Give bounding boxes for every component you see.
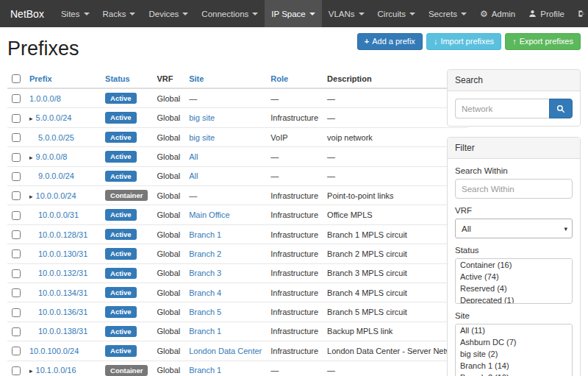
site-link[interactable]: Branch 5 xyxy=(189,308,221,316)
vrf-cell: Global xyxy=(152,244,184,263)
site-link[interactable]: Branch 2 xyxy=(189,249,221,258)
nav-item-devices[interactable]: Devices xyxy=(142,0,195,27)
status-badge: Active xyxy=(105,248,137,259)
select-all-checkbox[interactable] xyxy=(12,74,21,83)
filter-panel-title: Filter xyxy=(448,138,580,159)
row-checkbox[interactable] xyxy=(12,327,21,336)
row-checkbox[interactable] xyxy=(12,172,21,181)
row-checkbox[interactable] xyxy=(12,308,21,317)
export-prefixes-button[interactable]: ↑ Export prefixes xyxy=(505,33,581,50)
nav-item-secrets[interactable]: Secrets xyxy=(422,0,473,27)
nav-item-circuits[interactable]: Circuits xyxy=(371,0,422,27)
row-checkbox[interactable] xyxy=(12,133,21,142)
row-checkbox[interactable] xyxy=(12,269,21,278)
listbox-option[interactable]: Reserved (4) xyxy=(456,283,572,294)
search-input[interactable] xyxy=(455,99,549,118)
app-brand[interactable]: NetBox xyxy=(0,0,54,27)
row-checkbox[interactable] xyxy=(12,230,21,239)
import-prefixes-button[interactable]: ↓ Import prefixes xyxy=(426,33,501,50)
site-link[interactable]: All xyxy=(189,152,198,161)
search-panel: Search xyxy=(447,69,581,127)
status-listbox[interactable]: Container (16)Active (74)Reserved (4)Dep… xyxy=(455,258,573,304)
table-row: 10.0.0.0/31ActiveGlobalMain OfficeInfras… xyxy=(7,205,467,224)
listbox-option[interactable]: Branch 2 (10) xyxy=(456,372,572,376)
description-cell: — xyxy=(323,361,467,376)
prefix-link[interactable]: 5.0.0.0/24 xyxy=(36,113,72,122)
vrf-select[interactable]: All ▾ xyxy=(455,219,573,238)
listbox-option[interactable]: Ashburn DC (7) xyxy=(456,336,572,348)
listbox-option[interactable]: All (11) xyxy=(456,324,572,336)
nav-item-label: Connections xyxy=(201,10,248,18)
site-link[interactable]: Branch 3 xyxy=(189,269,221,277)
sidebar: Search Filter Search Within xyxy=(447,69,581,376)
nav-admin[interactable]: ⚙ Admin xyxy=(473,0,522,27)
row-checkbox[interactable] xyxy=(12,114,21,123)
nav-item-ip-space[interactable]: IP Space xyxy=(265,0,321,27)
row-checkbox[interactable] xyxy=(12,211,21,220)
site-link[interactable]: All xyxy=(189,171,198,180)
status-badge: Active xyxy=(105,112,137,123)
prefix-link[interactable]: 10.0.0.130/31 xyxy=(38,249,87,258)
listbox-option[interactable]: Active (74) xyxy=(456,271,572,283)
prefix-link[interactable]: 10.0.0.134/31 xyxy=(38,288,87,297)
nav-item-vlans[interactable]: VLANs xyxy=(322,0,371,27)
row-checkbox[interactable] xyxy=(12,153,21,162)
site-link[interactable]: big site xyxy=(189,113,215,122)
prefix-link[interactable]: 10.0.0.138/31 xyxy=(38,327,87,336)
site-cell: Branch 1 xyxy=(184,322,266,341)
prefix-link[interactable]: 5.0.0.0/25 xyxy=(38,133,74,142)
column-header-status[interactable]: Status xyxy=(101,69,152,88)
nav-profile[interactable]: Profile xyxy=(522,0,571,27)
nav-item-label: Racks xyxy=(103,10,126,18)
nav-item-sites[interactable]: Sites xyxy=(54,0,96,27)
description-cell: voip network xyxy=(323,127,467,146)
site-link[interactable]: Branch 1 xyxy=(189,366,221,375)
listbox-option[interactable]: Container (16) xyxy=(456,259,572,271)
site-link[interactable]: Branch 1 xyxy=(189,327,221,336)
nav-item-racks[interactable]: Racks xyxy=(96,0,143,27)
prefix-link[interactable]: 10.0.0.0/24 xyxy=(36,191,76,200)
prefix-link[interactable]: 10.0.0.128/31 xyxy=(38,230,87,239)
site-cell: All xyxy=(184,147,266,166)
prefix-link[interactable]: 10.0.100.0/24 xyxy=(29,347,79,355)
row-checkbox[interactable] xyxy=(12,94,21,103)
column-header-vrf: VRF xyxy=(152,69,184,88)
site-link[interactable]: Branch 4 xyxy=(189,288,221,297)
role-cell: Infrastructure xyxy=(266,108,323,127)
prefix-link[interactable]: 10.0.0.132/31 xyxy=(38,269,87,277)
prefix-cell: 10.0.0.130/31 xyxy=(25,244,101,263)
row-checkbox[interactable] xyxy=(12,288,21,297)
nav-item-connections[interactable]: Connections xyxy=(195,0,265,27)
listbox-option[interactable]: big site (2) xyxy=(456,348,572,360)
site-link[interactable]: big site xyxy=(189,133,215,142)
prefix-link[interactable]: 10.0.0.136/31 xyxy=(38,308,87,316)
prefix-link[interactable]: 9.0.0.0/8 xyxy=(36,152,68,161)
column-header-site[interactable]: Site xyxy=(184,69,266,88)
vrf-cell: Global xyxy=(152,147,184,166)
site-link[interactable]: London Data Center xyxy=(189,347,262,355)
prefix-link[interactable]: 10.1.0.0/16 xyxy=(36,366,76,375)
site-listbox[interactable]: All (11)Ashburn DC (7)big site (2)Branch… xyxy=(455,324,573,376)
expand-caret-icon: ▸ xyxy=(29,115,33,122)
column-header-prefix[interactable]: Prefix xyxy=(25,69,101,88)
prefix-link[interactable]: 9.0.0.0/24 xyxy=(38,171,74,180)
prefix-link[interactable]: 10.0.0.0/31 xyxy=(38,210,79,219)
site-link[interactable]: Branch 1 xyxy=(189,230,221,239)
column-header-role[interactable]: Role xyxy=(266,69,323,88)
listbox-option[interactable]: Branch 1 (14) xyxy=(456,360,572,372)
status-cell: Active xyxy=(101,322,152,341)
row-checkbox[interactable] xyxy=(12,191,21,200)
search-button[interactable] xyxy=(549,99,573,118)
nav-logout[interactable]: Log out xyxy=(571,0,588,27)
export-prefixes-label: Export prefixes xyxy=(520,37,573,46)
row-checkbox[interactable] xyxy=(12,249,21,258)
add-prefix-button[interactable]: + Add a prefix xyxy=(357,33,423,50)
row-checkbox[interactable] xyxy=(12,366,21,375)
row-checkbox[interactable] xyxy=(12,347,21,355)
listbox-option[interactable]: Deprecated (1) xyxy=(456,294,572,304)
search-within-input[interactable] xyxy=(455,179,573,199)
prefix-link[interactable]: 1.0.0.0/8 xyxy=(29,94,61,103)
export-icon: ↑ xyxy=(512,38,517,46)
site-link[interactable]: Main Office xyxy=(189,210,229,219)
prefix-cell: 10.0.100.0/24 xyxy=(25,341,101,361)
